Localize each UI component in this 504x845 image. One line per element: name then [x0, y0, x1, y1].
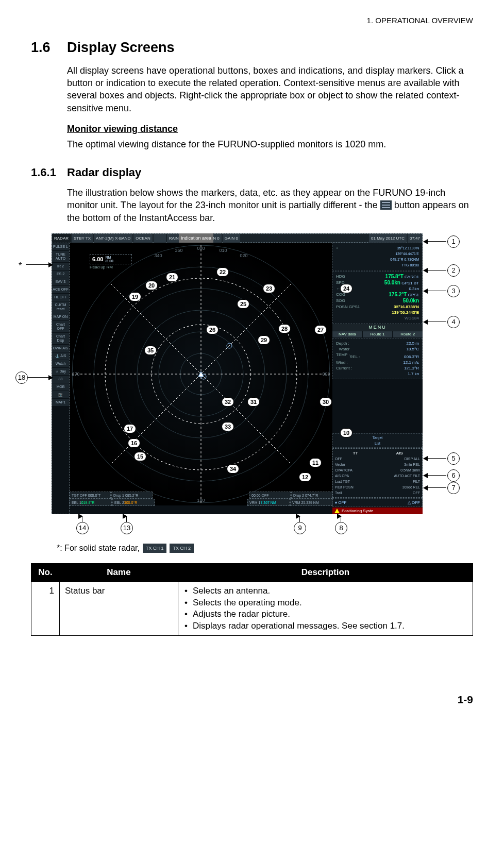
svg-text:020: 020	[240, 253, 247, 258]
callout-32: 32	[222, 397, 234, 407]
callout-25: 25	[237, 299, 249, 309]
instantaccess-button[interactable]: HL OFF	[52, 294, 69, 301]
callout-24: 24	[340, 284, 352, 293]
callout-22: 22	[216, 267, 229, 277]
txch2-chip: TX CH 2	[170, 544, 194, 553]
callout-12: 12	[299, 472, 311, 482]
vrm2-box[interactable]: VRM 2 5.339 NM	[290, 499, 332, 506]
callout-28: 28	[278, 324, 291, 333]
svg-text:000: 000	[197, 246, 205, 251]
instantaccess-button[interactable]: MAP1	[52, 399, 69, 406]
own-ship-box[interactable]: HDG175.8°T GYRO1 SPD50.0kn GPS1 BT ←0.3k…	[332, 271, 423, 324]
drop2-box[interactable]: Drop 2 074.7°R	[291, 492, 332, 499]
instantaccess-button[interactable]: PULSE L	[52, 243, 69, 250]
callout-3: 3	[447, 285, 460, 297]
instantaccess-button[interactable]: ES 2	[52, 271, 69, 278]
callout-30: 30	[320, 397, 332, 407]
instantaccess-button[interactable]: Watch	[52, 360, 69, 367]
section-heading: 1.6 Display Screens	[31, 38, 473, 57]
radar-picture[interactable]: 000 010020 350340 090270 180 6.00 NM/2.0…	[70, 243, 332, 505]
tt-ais-box[interactable]: TTAISOFFDISP ALLVector3min RELCPA/TCPA0.…	[332, 448, 423, 498]
callout-26: 26	[206, 325, 219, 334]
menu-button[interactable]: MENU	[332, 324, 423, 331]
tgt1-box[interactable]: TGT OFF 000.0°T	[70, 492, 111, 499]
tab-navdata[interactable]: NAV data	[332, 331, 362, 337]
callout-6: 6	[447, 469, 460, 482]
arrow-6	[424, 475, 446, 476]
instantaccess-button[interactable]: 88	[52, 376, 69, 383]
callout-23: 23	[263, 284, 275, 293]
tab-route2[interactable]: Route 2	[393, 331, 423, 337]
callout-11: 11	[309, 458, 322, 467]
arrow-asterisk	[26, 264, 53, 265]
section-title: Display Screens	[67, 38, 175, 57]
sb-gain[interactable]: GAIN 0	[223, 234, 240, 243]
instantaccess-button[interactable]: Chart OFF	[52, 321, 69, 332]
instantaccess-button[interactable]: CU/TM reset	[52, 301, 69, 313]
alert-bar[interactable]: Positioning Syste	[332, 508, 423, 514]
ebl1-box[interactable]: EBL 1 019.8°R	[70, 499, 112, 506]
th-desc: Description	[178, 563, 473, 582]
instantaccess-button[interactable]: MOB	[52, 383, 69, 391]
running-header: 1. OPERATIONAL OVERVIEW	[31, 15, 473, 26]
callout-21: 21	[166, 273, 178, 282]
callout-2: 2	[447, 264, 460, 277]
subsection-paragraph: The illustration below shows the markers…	[67, 187, 473, 224]
txch1-chip: TX CH 1	[143, 544, 167, 553]
instantaccess-button[interactable]: 📷	[52, 391, 69, 398]
sb-mode[interactable]: RADAR	[52, 234, 71, 243]
arrow-2	[424, 270, 446, 271]
svg-text:340: 340	[154, 253, 162, 258]
callout-table: No. Name Description 1Status barSelects …	[31, 563, 473, 636]
radar-figure: RADAR STBY TX ANT-2(M) X-BAND OCEAN RAIN…	[15, 233, 469, 537]
intro-paragraph: All display screens have operational but…	[67, 64, 473, 114]
callout-20: 20	[145, 281, 158, 290]
callout-1: 1	[447, 235, 460, 248]
solid-state-footnote: *: For solid state radar, TX CH 1 TX CH …	[57, 543, 473, 554]
instantaccess-bar[interactable]: PULSE LTUNE AUTOIR 2ES 2EAV 3ACE OFFHL O…	[52, 243, 70, 514]
tgt2-box[interactable]: 00:00:OFF	[249, 492, 291, 499]
callout-10: 10	[340, 428, 352, 437]
instantaccess-button[interactable]: ☼ Day	[52, 368, 69, 375]
svg-text:270: 270	[72, 371, 79, 377]
instantaccess-button[interactable]: ACE OFF	[52, 286, 69, 293]
callout-34: 34	[227, 464, 239, 474]
arrow-5	[424, 458, 446, 459]
range-box[interactable]: 6.00 NM/2.00	[90, 254, 132, 264]
instantaccess-button[interactable]: OWN AIS	[52, 345, 69, 352]
nav-tabs[interactable]: NAV data Route 1 Route 2	[332, 331, 423, 337]
instantaccess-button[interactable]: IR 2	[52, 263, 69, 270]
instantaccess-button[interactable]: Chart Disp	[52, 333, 69, 344]
callout-29: 29	[258, 335, 270, 345]
instantaccess-icon	[380, 200, 392, 210]
callout-33: 33	[222, 422, 234, 431]
sb-antenna[interactable]: ANT-2(M) X-BAND	[94, 234, 132, 243]
svg-text:010: 010	[219, 248, 227, 253]
instantaccess-button[interactable]: TUNE AUTO	[52, 251, 69, 262]
callout-7: 7	[447, 482, 460, 494]
instantaccess-button[interactable]: EAV 3	[52, 278, 69, 285]
drop1-box[interactable]: Drop 1 085.2°R	[111, 492, 153, 499]
instantaccess-button[interactable]: ⚓ AIS	[52, 352, 69, 360]
cursor-box[interactable]: +35°12.1139'N 139°44.4471'E 049.1°R 6.73…	[332, 243, 423, 271]
association-box[interactable]: ♦ OFF △ OFF	[332, 498, 423, 507]
monitor-paragraph: The optimal viewing distance for the FUR…	[67, 138, 473, 150]
bottom-info-strips: TGT OFF 000.0°T Drop 1 085.2°R 00:00:OFF…	[70, 492, 332, 514]
svg-text:090: 090	[322, 371, 330, 377]
sb-date: 01 May 2012 UTC	[369, 234, 407, 243]
table-row: 1Status barSelects an antenna.Selects th…	[31, 582, 473, 636]
ebl2-box[interactable]: EBL 2 300.0°R	[112, 499, 155, 506]
instantaccess-button[interactable]: MAP ON	[52, 313, 69, 320]
sb-stby[interactable]: STBY TX	[72, 234, 93, 243]
sb-preset[interactable]: OCEAN	[133, 234, 152, 243]
sb-blank	[154, 234, 166, 243]
callout-19: 19	[129, 292, 141, 301]
tab-route1[interactable]: Route 1	[363, 331, 393, 337]
orientation-label[interactable]: Head up RM	[90, 265, 113, 269]
nav-data-box[interactable]: Depth :22.5 m WaterTEMP :10.5°C REL :006…	[332, 338, 423, 379]
status-bar[interactable]: RADAR STBY TX ANT-2(M) X-BAND OCEAN RAIN…	[52, 233, 423, 243]
monitor-subhead: Monitor viewing distance	[67, 123, 473, 135]
callout-31: 31	[247, 397, 260, 407]
vrm1-box[interactable]: VRM 1 7.367 NM	[247, 499, 290, 506]
page-number: 1-9	[31, 692, 473, 707]
